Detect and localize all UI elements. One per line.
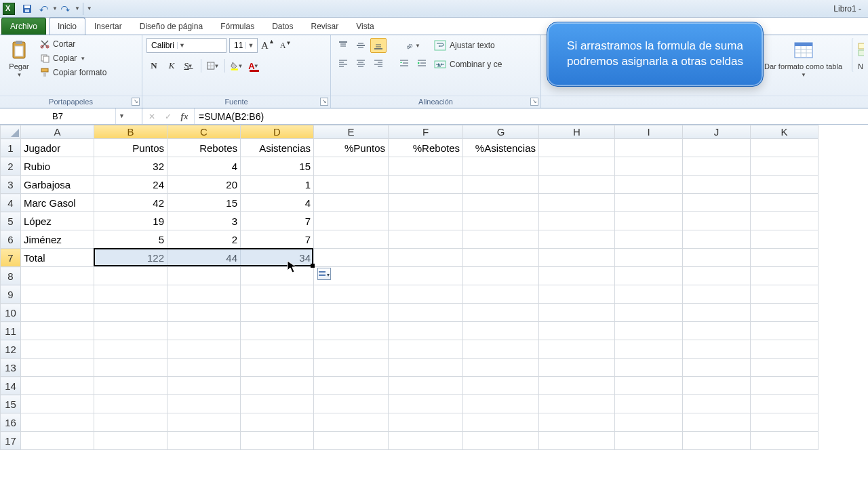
cell-I7[interactable] [615,249,683,267]
cell-J8[interactable] [683,267,751,285]
cell-J15[interactable] [683,395,751,413]
tab-datos[interactable]: Datos [263,18,302,35]
cell-D3[interactable]: 1 [241,176,314,194]
cell-H2[interactable] [539,157,615,176]
cell-C8[interactable] [167,267,241,285]
font-launcher[interactable]: ↘ [320,98,328,106]
font-color-button[interactable]: A▼ [247,58,262,73]
qat-save[interactable] [20,1,35,16]
cell-D10[interactable] [241,304,314,322]
cell-J13[interactable] [683,359,751,377]
cell-C12[interactable] [167,340,241,359]
cell-K12[interactable] [751,340,818,359]
cell-F9[interactable] [389,285,463,304]
cell-B4[interactable]: 42 [94,194,167,212]
cell-C10[interactable] [167,304,241,322]
cell-A9[interactable] [21,285,94,304]
cell-A6[interactable]: Jiménez [21,230,94,249]
align-middle-button[interactable] [353,38,369,53]
cell-E16[interactable] [314,413,389,432]
cell-K8[interactable] [751,267,818,285]
cell-A2[interactable]: Rubio [21,157,94,176]
orientation-button[interactable]: ab▼ [405,38,421,53]
cell-F5[interactable] [389,212,463,230]
cell-G9[interactable] [463,285,539,304]
cell-D8[interactable] [241,267,314,285]
col-header-D[interactable]: D [241,125,314,139]
cell-C5[interactable]: 3 [167,212,241,230]
cell-C13[interactable] [167,359,241,377]
cell-I6[interactable] [615,230,683,249]
align-right-button[interactable] [370,56,387,70]
cell-K7[interactable] [751,249,818,267]
cell-A10[interactable] [21,304,94,322]
worksheet-grid[interactable]: ABCDEFGHIJK1JugadorPuntosRebotesAsistenc… [0,125,868,488]
col-header-C[interactable]: C [167,125,241,139]
qat-redo[interactable] [58,1,73,16]
cell-K10[interactable] [751,304,818,322]
cell-C4[interactable]: 15 [167,194,241,212]
cell-B14[interactable] [94,377,167,395]
cell-A15[interactable] [21,395,94,413]
name-box-dropdown[interactable]: ▼ [115,108,127,124]
cell-F15[interactable] [389,395,463,413]
cell-J16[interactable] [683,413,751,432]
tab-dise-o-de-p-gina[interactable]: Diseño de página [131,18,212,35]
col-header-H[interactable]: H [539,125,615,139]
cell-H14[interactable] [539,377,615,395]
row-header-1[interactable]: 1 [1,139,21,157]
cell-H16[interactable] [539,413,615,432]
cell-K9[interactable] [751,285,818,304]
cell-G8[interactable] [463,267,539,285]
cell-C9[interactable] [167,285,241,304]
cell-I4[interactable] [615,194,683,212]
cell-F1[interactable]: %Rebotes [389,139,463,157]
cell-A4[interactable]: Marc Gasol [21,194,94,212]
cell-C3[interactable]: 20 [167,176,241,194]
cell-C11[interactable] [167,322,241,340]
cell-K13[interactable] [751,359,818,377]
cell-F7[interactable] [389,249,463,267]
cell-J2[interactable] [683,157,751,176]
cell-D16[interactable] [241,413,314,432]
cell-J12[interactable] [683,340,751,359]
cell-A3[interactable]: Garbajosa [21,176,94,194]
cell-G10[interactable] [463,304,539,322]
cell-I14[interactable] [615,377,683,395]
cell-I13[interactable] [615,359,683,377]
cell-F16[interactable] [389,413,463,432]
align-bottom-button[interactable] [370,38,387,53]
row-header-2[interactable]: 2 [1,157,21,176]
cell-G15[interactable] [463,395,539,413]
col-header-A[interactable]: A [21,125,94,139]
col-header-K[interactable]: K [751,125,818,139]
cell-C16[interactable] [167,413,241,432]
cell-D13[interactable] [241,359,314,377]
cell-A11[interactable] [21,322,94,340]
cell-A16[interactable] [21,413,94,432]
cell-A13[interactable] [21,359,94,377]
cell-D7[interactable]: 34 [241,249,314,267]
tab-insertar[interactable]: Insertar [85,18,131,35]
cut-button[interactable]: Cortar [37,38,109,50]
cell-K11[interactable] [751,322,818,340]
cell-B17[interactable] [94,432,167,450]
undo-dropdown[interactable]: ▼ [52,5,58,12]
cell-D17[interactable] [241,432,314,450]
cell-F8[interactable] [389,267,463,285]
cell-I10[interactable] [615,304,683,322]
cell-H10[interactable] [539,304,615,322]
cell-B2[interactable]: 32 [94,157,167,176]
cell-A14[interactable] [21,377,94,395]
cell-G4[interactable] [463,194,539,212]
cell-C1[interactable]: Rebotes [167,139,241,157]
cell-D9[interactable] [241,285,314,304]
clipboard-launcher[interactable]: ↘ [132,98,140,106]
row-header-3[interactable]: 3 [1,176,21,194]
cell-E11[interactable] [314,322,389,340]
italic-button[interactable]: K [164,58,179,73]
name-box-input[interactable] [0,109,115,124]
row-header-8[interactable]: 8 [1,267,21,285]
select-all-corner[interactable] [1,125,21,139]
cell-I12[interactable] [615,340,683,359]
